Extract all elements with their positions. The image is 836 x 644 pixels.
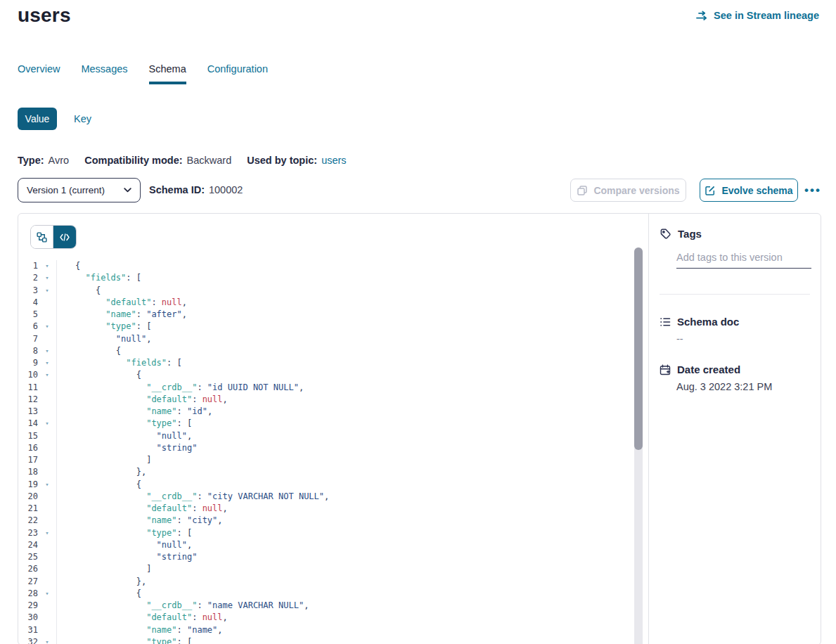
code-text: "null",	[56, 430, 631, 442]
code-text: {	[56, 588, 631, 600]
code-line: 8▾ {	[18, 345, 631, 357]
line-number: 27	[18, 576, 38, 588]
line-number: 25	[18, 551, 38, 563]
see-in-stream-lineage-link[interactable]: See in Stream lineage	[695, 10, 819, 21]
code-line: 30 "default": null,	[18, 612, 631, 624]
line-number: 4	[18, 297, 38, 309]
code-text: "string"	[56, 551, 631, 563]
value-toggle-button[interactable]: Value	[18, 108, 57, 130]
line-number: 5	[18, 309, 38, 321]
line-number: 23	[18, 527, 38, 539]
schema-code-panel: 1▾{2▾ "fields": [3▾ {4 "default": null,5…	[18, 214, 649, 644]
tree-view-button[interactable]	[31, 226, 53, 248]
fold-caret-icon[interactable]: ▾	[38, 588, 56, 600]
code-line: 4 "default": null,	[18, 297, 631, 309]
code-view-icon	[60, 233, 70, 241]
date-created-title: Date created	[677, 363, 740, 375]
fold-spacer	[38, 612, 56, 624]
schema-type: Type: Avro	[18, 155, 69, 166]
fold-spacer	[38, 624, 56, 636]
fold-spacer	[38, 491, 56, 503]
fold-spacer	[38, 442, 56, 454]
tab-schema[interactable]: Schema	[149, 63, 186, 84]
line-number: 2	[18, 272, 38, 284]
stream-lineage-icon	[695, 11, 709, 21]
fold-caret-icon[interactable]: ▾	[38, 285, 56, 297]
page-title: users	[18, 4, 71, 27]
line-number: 13	[18, 406, 38, 418]
fold-spacer	[38, 382, 56, 394]
fold-spacer	[38, 309, 56, 321]
schema-view-toggle	[30, 225, 77, 249]
evolve-schema-button[interactable]: Evolve schema	[700, 179, 798, 202]
code-text: "null",	[56, 333, 631, 345]
code-line: 3▾ {	[18, 285, 631, 297]
code-text: {	[56, 369, 631, 381]
calendar-add-icon	[660, 364, 671, 375]
version-select[interactable]: Version 1 (current)	[18, 178, 141, 202]
fold-caret-icon[interactable]: ▾	[38, 345, 56, 357]
fold-caret-icon[interactable]: ▾	[38, 357, 56, 369]
code-line: 7 "null",	[18, 333, 631, 345]
code-line: 24 "null",	[18, 539, 631, 551]
fold-caret-icon[interactable]: ▾	[38, 260, 56, 272]
line-number: 10	[18, 369, 38, 381]
code-text: "name": "city",	[56, 515, 631, 527]
fold-caret-icon[interactable]: ▾	[38, 321, 56, 333]
see-in-stream-lineage-label: See in Stream lineage	[714, 10, 819, 21]
schema-metadata-sidebar: Tags Schema doc --	[650, 214, 821, 644]
schema-card: 1▾{2▾ "fields": [3▾ {4 "default": null,5…	[18, 213, 821, 644]
line-number: 29	[18, 600, 38, 612]
line-number: 19	[18, 479, 38, 491]
fold-caret-icon[interactable]: ▾	[38, 479, 56, 491]
code-text: ]	[56, 563, 631, 575]
tab-messages[interactable]: Messages	[81, 63, 127, 84]
compatibility-label: Compatibility mode:	[84, 155, 182, 166]
code-text: "fields": [	[56, 272, 631, 284]
key-toggle-button[interactable]: Key	[74, 113, 91, 124]
line-number: 24	[18, 539, 38, 551]
schema-code-editor: 1▾{2▾ "fields": [3▾ {4 "default": null,5…	[18, 260, 631, 644]
fold-caret-icon[interactable]: ▾	[38, 527, 56, 539]
fold-spacer	[38, 563, 56, 575]
schema-id-value: 100002	[209, 178, 243, 202]
scrollbar-thumb[interactable]	[634, 247, 643, 450]
line-number: 31	[18, 624, 38, 636]
fold-caret-icon[interactable]: ▾	[38, 272, 56, 284]
code-text: "name": "name",	[56, 624, 631, 636]
fold-spacer	[38, 430, 56, 442]
line-number: 20	[18, 491, 38, 503]
code-text: },	[56, 576, 631, 588]
fold-caret-icon[interactable]: ▾	[38, 369, 56, 381]
fold-spacer	[38, 503, 56, 515]
tags-section-header: Tags	[660, 228, 702, 240]
code-line: 11 "__crdb__": "id UUID NOT NULL",	[18, 382, 631, 394]
code-view-button[interactable]	[53, 226, 76, 248]
schema-doc-value: --	[676, 333, 683, 344]
topic-link[interactable]: users	[321, 155, 346, 166]
code-line: 12 "default": null,	[18, 394, 631, 406]
version-bar: Version 1 (current) Schema ID: 100002 Co…	[0, 178, 836, 203]
code-line: 22 "name": "city",	[18, 515, 631, 527]
tags-title: Tags	[678, 228, 702, 240]
code-text: "fields": [	[56, 357, 631, 369]
line-number: 26	[18, 563, 38, 575]
compare-versions-button[interactable]: Compare versions	[570, 179, 686, 202]
more-actions-button[interactable]: •••	[802, 179, 823, 202]
code-line: 20 "__crdb__": "city VARCHAR NOT NULL",	[18, 491, 631, 503]
tags-input[interactable]	[676, 250, 811, 269]
tab-overview[interactable]: Overview	[18, 63, 60, 84]
line-number: 11	[18, 382, 38, 394]
code-line: 2▾ "fields": [	[18, 272, 631, 284]
fold-caret-icon[interactable]: ▾	[38, 636, 56, 644]
scrollbar-track[interactable]	[634, 247, 643, 644]
line-number: 7	[18, 333, 38, 345]
fold-caret-icon[interactable]: ▾	[38, 418, 56, 430]
fold-spacer	[38, 576, 56, 588]
code-text: "type": [	[56, 527, 631, 539]
version-select-value: Version 1 (current)	[27, 185, 105, 195]
value-key-toggle: Value Key	[18, 108, 91, 130]
line-number: 1	[18, 260, 38, 272]
tab-configuration[interactable]: Configuration	[207, 63, 268, 84]
line-number: 30	[18, 612, 38, 624]
